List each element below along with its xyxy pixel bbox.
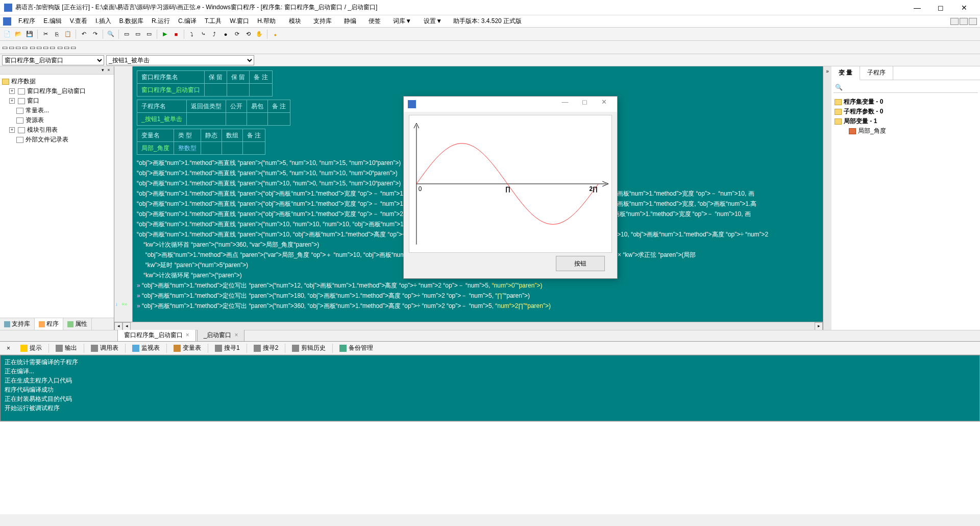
tb2-icon-9[interactable]: ▭ — [57, 44, 63, 51]
tab-hints[interactable]: 提示 — [16, 342, 46, 354]
tab-properties[interactable]: 属性 — [63, 318, 92, 330]
menu-database[interactable]: B.数据库 — [115, 16, 148, 27]
menu-window[interactable]: W.窗口 — [226, 16, 253, 27]
tb2-icon-4[interactable]: ▭ — [22, 44, 28, 51]
layout1-icon[interactable]: ▭ — [121, 29, 132, 39]
child-window[interactable]: ― ◻ ✕ 0 ∏ 2∏ 按钮 — [403, 96, 618, 279]
debug2-icon[interactable]: ⟲ — [243, 29, 253, 39]
tb2-icon-6[interactable]: ▭ — [36, 44, 42, 51]
run-draw-button[interactable]: 按钮 — [556, 256, 605, 271]
tb2-icon-5[interactable]: ▭ — [30, 44, 35, 51]
menu-compile[interactable]: C.编译 — [174, 16, 201, 27]
tb2-icon-7[interactable]: ▭ — [43, 44, 48, 51]
tree-item[interactable]: 常量表... — [2, 106, 112, 115]
tab-close-icon[interactable]: × — [234, 331, 238, 339]
paste-icon[interactable]: 📋 — [63, 29, 73, 39]
combo-subroutine[interactable]: _按钮1_被单击 — [106, 55, 254, 65]
hand-icon[interactable]: ✋ — [254, 29, 264, 39]
menu-run[interactable]: R.运行 — [148, 16, 174, 27]
new-file-icon[interactable]: 📄 — [2, 29, 12, 39]
step-out-icon[interactable]: ⤴ — [209, 29, 219, 39]
save-icon[interactable]: 💾 — [24, 29, 35, 39]
menu-dictionary[interactable]: 词库▼ — [389, 16, 415, 27]
scroll-right-icon[interactable]: ▸ — [815, 322, 823, 330]
tab-search2[interactable]: 搜寻2 — [249, 342, 283, 354]
child-maximize-button[interactable]: ◻ — [575, 98, 594, 110]
project-tree[interactable]: 程序数据 +窗口程序集_启动窗口 +窗口 常量表... 资源表 +模块引用表 外… — [0, 75, 114, 318]
tb2-icon-8[interactable]: ▭ — [50, 44, 55, 51]
child-close-button[interactable]: ✕ — [595, 98, 613, 110]
expand-icon[interactable]: + — [9, 98, 15, 104]
tab-variables[interactable]: 变 量 — [831, 66, 860, 80]
tb2-icon-3[interactable]: ▭ — [15, 44, 21, 51]
breakpoint-icon[interactable]: ● — [220, 29, 231, 39]
editor-tab[interactable]: _启动窗口× — [197, 329, 245, 341]
code-line[interactable]: » “obj”>画板“num”>1.“method”>定位写出 “paren”>… — [137, 291, 819, 301]
layout3-icon[interactable]: ▭ — [144, 29, 154, 39]
tree-item[interactable]: +窗口 — [2, 96, 112, 106]
scroll-left-icon[interactable]: ◂ — [114, 322, 122, 330]
tab-vartable[interactable]: 变量表 — [169, 342, 206, 354]
mdi-restore-icon[interactable] — [960, 18, 968, 25]
scroll-track[interactable] — [131, 322, 815, 330]
var-group[interactable]: 局部变量 - 1 — [835, 116, 977, 126]
maximize-button[interactable]: ◻ — [929, 0, 952, 15]
tab-search1[interactable]: 搜寻1 — [210, 342, 244, 354]
child-minimize-button[interactable]: ― — [556, 98, 574, 110]
variable-tree[interactable]: 程序集变量 - 0 子程序参数 - 0 局部变量 - 1 局部_角度 — [831, 95, 980, 330]
combo-assembly[interactable]: 窗口程序集_启动窗口 — [2, 55, 104, 65]
gutter-breakpoint-icon[interactable]: ↓ — [115, 301, 118, 307]
left-panel-close-icon[interactable]: × — [106, 67, 112, 74]
tb2-icon-10[interactable]: ▭ — [64, 44, 69, 51]
menu-view[interactable]: V.查看 — [66, 16, 91, 27]
editor-tab[interactable]: 窗口程序集_启动窗口× — [117, 329, 196, 341]
redo-icon[interactable]: ↷ — [90, 29, 100, 39]
tab-close-icon[interactable]: × — [186, 331, 189, 339]
find-icon[interactable]: 🔍 — [106, 29, 116, 39]
open-file-icon[interactable]: 📂 — [13, 29, 23, 39]
tree-item[interactable]: 外部文件记录表 — [2, 135, 112, 145]
menu-static-compile[interactable]: 静编 — [340, 16, 360, 27]
run-icon[interactable]: ▶ — [160, 29, 170, 39]
expand-icon[interactable]: + — [9, 88, 15, 94]
menu-insert[interactable]: I.插入 — [91, 16, 115, 27]
variable-search-input[interactable] — [834, 82, 978, 93]
tab-backup[interactable]: 备份管理 — [335, 342, 378, 354]
tree-item[interactable]: +窗口程序集_启动窗口 — [2, 86, 112, 96]
tb2-icon-2[interactable]: ▭ — [9, 44, 14, 51]
tree-item[interactable]: 资源表 — [2, 115, 112, 125]
minimize-button[interactable]: ― — [905, 0, 929, 15]
tree-root[interactable]: 程序数据 — [2, 77, 112, 86]
menu-notes[interactable]: 便签 — [364, 16, 385, 27]
undo-icon[interactable]: ↶ — [79, 29, 89, 39]
var-group[interactable]: 程序集变量 - 0 — [835, 97, 977, 107]
menu-edit[interactable]: E.编辑 — [39, 16, 65, 27]
info-icon[interactable]: ⬥ — [270, 29, 280, 39]
var-item[interactable]: 局部_角度 — [835, 126, 977, 136]
copy-icon[interactable]: ⎘ — [52, 29, 62, 39]
mdi-close-icon[interactable] — [969, 18, 977, 25]
code-line[interactable]: » “obj”>画板“num”>1.“method”>定位写出 “paren”>… — [137, 280, 819, 291]
menu-support-lib[interactable]: 支持库 — [309, 16, 336, 27]
var-group[interactable]: 子程序参数 - 0 — [835, 107, 977, 116]
tab-subroutines[interactable]: 子程序 — [860, 66, 893, 80]
tab-program[interactable]: 程序 — [35, 318, 63, 330]
tb2-icon-1[interactable]: ▭ — [2, 44, 8, 51]
tab-calltable[interactable]: 调用表 — [86, 342, 123, 354]
code-line[interactable]: » “obj”>画板“num”>1.“method”>定位写出 “paren”>… — [137, 301, 819, 311]
expand-icon[interactable]: + — [9, 127, 15, 133]
close-button[interactable]: ✕ — [952, 0, 976, 15]
output-console[interactable]: 正在统计需要编译的子程序 正在编译... 正在生成主程序入口代码 程序代码编译成… — [0, 355, 980, 421]
tab-clipboard[interactable]: 剪辑历史 — [287, 342, 330, 354]
stop-icon[interactable]: ■ — [171, 29, 181, 39]
menu-tools[interactable]: T.工具 — [201, 16, 226, 27]
step-into-icon[interactable]: ⤷ — [198, 29, 208, 39]
step-over-icon[interactable]: ⤵ — [187, 29, 197, 39]
menu-help[interactable]: H.帮助 — [253, 16, 280, 27]
menu-settings[interactable]: 设置▼ — [420, 16, 446, 27]
tab-output[interactable]: 输出 — [51, 342, 82, 354]
child-titlebar[interactable]: ― ◻ ✕ — [404, 97, 617, 112]
bottom-tab-close-icon[interactable]: × — [2, 343, 15, 354]
menu-module[interactable]: 模块 — [285, 16, 305, 27]
tb2-icon-11[interactable]: ▭ — [70, 44, 76, 51]
